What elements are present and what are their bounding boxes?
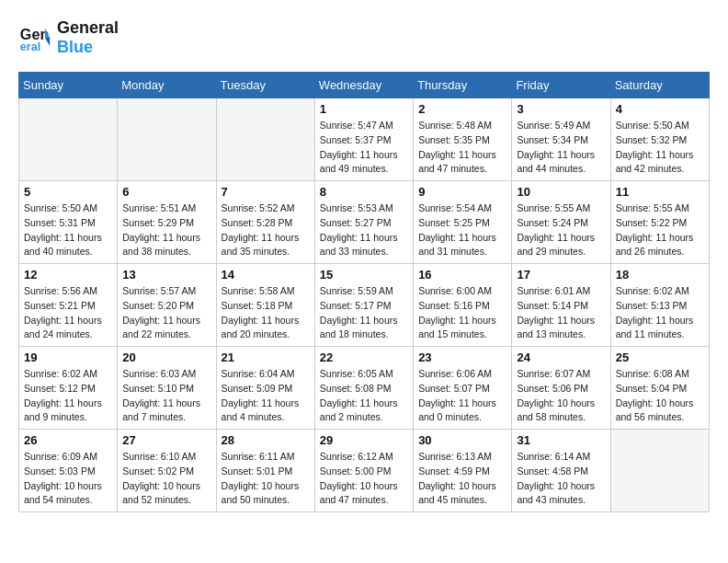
day-number: 20: [122, 350, 210, 364]
day-info: Sunrise: 6:10 AM Sunset: 5:02 PM Dayligh…: [122, 450, 210, 508]
weekday-header-thursday: Thursday: [414, 73, 512, 98]
day-number: 9: [418, 185, 506, 199]
calendar-cell: 16Sunrise: 6:00 AM Sunset: 5:16 PM Dayli…: [414, 264, 512, 347]
day-number: 3: [517, 102, 605, 116]
day-number: 22: [320, 350, 408, 364]
calendar-cell: 13Sunrise: 5:57 AM Sunset: 5:20 PM Dayli…: [118, 264, 216, 347]
day-info: Sunrise: 6:05 AM Sunset: 5:08 PM Dayligh…: [320, 367, 408, 425]
day-info: Sunrise: 5:47 AM Sunset: 5:37 PM Dayligh…: [320, 119, 408, 177]
calendar-cell: [216, 98, 314, 181]
weekday-header-friday: Friday: [512, 73, 610, 98]
weekday-header-saturday: Saturday: [610, 73, 709, 98]
calendar-cell: 11Sunrise: 5:55 AM Sunset: 5:22 PM Dayli…: [610, 181, 709, 264]
calendar-cell: 29Sunrise: 6:12 AM Sunset: 5:00 PM Dayli…: [314, 430, 413, 512]
day-info: Sunrise: 6:06 AM Sunset: 5:07 PM Dayligh…: [418, 367, 506, 425]
page-header: Gen eral General Blue: [18, 18, 710, 57]
calendar-cell: 17Sunrise: 6:01 AM Sunset: 5:14 PM Dayli…: [512, 264, 610, 347]
day-number: 11: [616, 185, 704, 199]
day-number: 31: [517, 433, 605, 447]
svg-text:eral: eral: [20, 40, 40, 53]
day-info: Sunrise: 5:53 AM Sunset: 5:27 PM Dayligh…: [320, 201, 408, 259]
calendar-cell: 10Sunrise: 5:55 AM Sunset: 5:24 PM Dayli…: [512, 181, 610, 264]
calendar-cell: 25Sunrise: 6:08 AM Sunset: 5:04 PM Dayli…: [610, 347, 709, 430]
day-number: 4: [616, 102, 704, 116]
calendar-cell: 27Sunrise: 6:10 AM Sunset: 5:02 PM Dayli…: [118, 430, 216, 512]
calendar-cell: 23Sunrise: 6:06 AM Sunset: 5:07 PM Dayli…: [414, 347, 512, 430]
day-info: Sunrise: 6:03 AM Sunset: 5:10 PM Dayligh…: [122, 367, 210, 425]
calendar-cell: 12Sunrise: 5:56 AM Sunset: 5:21 PM Dayli…: [19, 264, 118, 347]
day-info: Sunrise: 6:07 AM Sunset: 5:06 PM Dayligh…: [517, 367, 605, 425]
calendar-cell: 28Sunrise: 6:11 AM Sunset: 5:01 PM Dayli…: [216, 430, 314, 512]
calendar-cell: 20Sunrise: 6:03 AM Sunset: 5:10 PM Dayli…: [118, 347, 216, 430]
day-number: 25: [616, 350, 704, 364]
day-info: Sunrise: 5:50 AM Sunset: 5:32 PM Dayligh…: [616, 119, 704, 177]
calendar-week-4: 19Sunrise: 6:02 AM Sunset: 5:12 PM Dayli…: [19, 347, 710, 430]
day-info: Sunrise: 5:59 AM Sunset: 5:17 PM Dayligh…: [320, 284, 408, 342]
calendar-cell: 21Sunrise: 6:04 AM Sunset: 5:09 PM Dayli…: [216, 347, 314, 430]
day-number: 8: [320, 185, 408, 199]
calendar-table: SundayMondayTuesdayWednesdayThursdayFrid…: [18, 72, 710, 512]
weekday-header-tuesday: Tuesday: [216, 73, 314, 98]
calendar-cell: 9Sunrise: 5:54 AM Sunset: 5:25 PM Daylig…: [414, 181, 512, 264]
calendar-cell: 15Sunrise: 5:59 AM Sunset: 5:17 PM Dayli…: [314, 264, 413, 347]
weekday-header-wednesday: Wednesday: [314, 73, 413, 98]
day-info: Sunrise: 5:56 AM Sunset: 5:21 PM Dayligh…: [24, 284, 112, 342]
calendar-cell: 4Sunrise: 5:50 AM Sunset: 5:32 PM Daylig…: [610, 98, 709, 181]
day-info: Sunrise: 5:48 AM Sunset: 5:35 PM Dayligh…: [418, 119, 506, 177]
day-number: 26: [24, 433, 112, 447]
day-number: 17: [517, 268, 605, 282]
day-number: 6: [122, 185, 210, 199]
day-info: Sunrise: 6:00 AM Sunset: 5:16 PM Dayligh…: [418, 284, 506, 342]
calendar-cell: 31Sunrise: 6:14 AM Sunset: 4:58 PM Dayli…: [512, 430, 610, 512]
logo: Gen eral General Blue: [18, 18, 119, 57]
day-info: Sunrise: 5:52 AM Sunset: 5:28 PM Dayligh…: [222, 201, 310, 259]
calendar-cell: 5Sunrise: 5:50 AM Sunset: 5:31 PM Daylig…: [19, 181, 118, 264]
calendar-cell: [610, 430, 709, 512]
day-number: 1: [320, 102, 408, 116]
day-info: Sunrise: 6:08 AM Sunset: 5:04 PM Dayligh…: [616, 367, 704, 425]
day-info: Sunrise: 6:13 AM Sunset: 4:59 PM Dayligh…: [418, 450, 506, 508]
calendar-week-1: 1Sunrise: 5:47 AM Sunset: 5:37 PM Daylig…: [19, 98, 710, 181]
weekday-header-monday: Monday: [118, 73, 216, 98]
calendar-cell: 30Sunrise: 6:13 AM Sunset: 4:59 PM Dayli…: [414, 430, 512, 512]
day-info: Sunrise: 6:02 AM Sunset: 5:12 PM Dayligh…: [24, 367, 112, 425]
calendar-cell: 2Sunrise: 5:48 AM Sunset: 5:35 PM Daylig…: [414, 98, 512, 181]
day-number: 13: [122, 268, 210, 282]
day-info: Sunrise: 6:09 AM Sunset: 5:03 PM Dayligh…: [24, 450, 112, 508]
day-info: Sunrise: 5:54 AM Sunset: 5:25 PM Dayligh…: [418, 201, 506, 259]
calendar-cell: 22Sunrise: 6:05 AM Sunset: 5:08 PM Dayli…: [314, 347, 413, 430]
day-info: Sunrise: 5:50 AM Sunset: 5:31 PM Dayligh…: [24, 201, 112, 259]
calendar-cell: 1Sunrise: 5:47 AM Sunset: 5:37 PM Daylig…: [314, 98, 413, 181]
calendar-cell: 26Sunrise: 6:09 AM Sunset: 5:03 PM Dayli…: [19, 430, 118, 512]
calendar-cell: 7Sunrise: 5:52 AM Sunset: 5:28 PM Daylig…: [216, 181, 314, 264]
day-number: 5: [24, 185, 112, 199]
day-number: 24: [517, 350, 605, 364]
calendar-cell: 8Sunrise: 5:53 AM Sunset: 5:27 PM Daylig…: [314, 181, 413, 264]
day-number: 23: [418, 350, 506, 364]
day-number: 16: [418, 268, 506, 282]
calendar-cell: 24Sunrise: 6:07 AM Sunset: 5:06 PM Dayli…: [512, 347, 610, 430]
day-number: 15: [320, 268, 408, 282]
logo-text: General Blue: [57, 18, 119, 57]
day-info: Sunrise: 6:12 AM Sunset: 5:00 PM Dayligh…: [320, 450, 408, 508]
day-number: 18: [616, 268, 704, 282]
logo-icon: Gen eral: [18, 21, 51, 54]
svg-text:Gen: Gen: [20, 26, 49, 42]
calendar-cell: 19Sunrise: 6:02 AM Sunset: 5:12 PM Dayli…: [19, 347, 118, 430]
day-info: Sunrise: 6:02 AM Sunset: 5:13 PM Dayligh…: [616, 284, 704, 342]
day-number: 21: [222, 350, 310, 364]
calendar-cell: 18Sunrise: 6:02 AM Sunset: 5:13 PM Dayli…: [610, 264, 709, 347]
day-info: Sunrise: 5:51 AM Sunset: 5:29 PM Dayligh…: [122, 201, 210, 259]
calendar-cell: 3Sunrise: 5:49 AM Sunset: 5:34 PM Daylig…: [512, 98, 610, 181]
day-number: 30: [418, 433, 506, 447]
weekday-header-row: SundayMondayTuesdayWednesdayThursdayFrid…: [19, 73, 710, 98]
day-number: 10: [517, 185, 605, 199]
calendar-cell: [118, 98, 216, 181]
calendar-week-2: 5Sunrise: 5:50 AM Sunset: 5:31 PM Daylig…: [19, 181, 710, 264]
day-number: 12: [24, 268, 112, 282]
day-info: Sunrise: 6:11 AM Sunset: 5:01 PM Dayligh…: [222, 450, 310, 508]
day-info: Sunrise: 6:01 AM Sunset: 5:14 PM Dayligh…: [517, 284, 605, 342]
day-info: Sunrise: 5:55 AM Sunset: 5:24 PM Dayligh…: [517, 201, 605, 259]
day-number: 7: [222, 185, 310, 199]
day-number: 19: [24, 350, 112, 364]
